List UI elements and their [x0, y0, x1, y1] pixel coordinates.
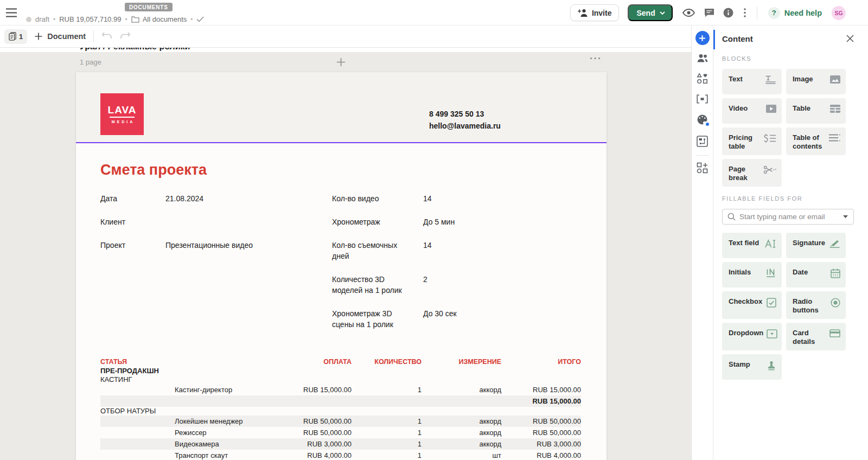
- saved-check-icon: [196, 16, 204, 22]
- block-card-table-of-contents[interactable]: Table of contents: [786, 127, 846, 155]
- invite-button[interactable]: Invite: [570, 4, 620, 21]
- info-row: Кол-во видео14: [332, 193, 581, 204]
- preview-eye-button[interactable]: [682, 9, 695, 17]
- need-help-button[interactable]: ? Need help: [768, 7, 822, 19]
- info-row: Хронометраж 3D сцены на 1 роликДо 30 сек: [332, 308, 581, 330]
- info-row: ПроектПрезентационные видео: [100, 240, 332, 251]
- document-amount: RUB 19,057,710.99: [59, 15, 121, 23]
- table-row: Транспорт скаутRUB 4,000.001штRUB 4,000.…: [100, 450, 581, 460]
- block-card-page-break[interactable]: Page break: [722, 159, 782, 187]
- redo-button[interactable]: [119, 30, 132, 42]
- radio-button-icon: [831, 298, 840, 315]
- add-apps-icon[interactable]: [697, 162, 708, 174]
- estimate-table: СТАТЬЯ ОПЛАТА КОЛИЧЕСТВО ИЗМЕРЕНИЕ ИТОГО…: [100, 358, 581, 460]
- all-documents-link[interactable]: All documents: [131, 15, 187, 23]
- folder-icon: [131, 16, 139, 23]
- table-subgroup-row: КАСТИНГ: [100, 375, 581, 384]
- page-header-section: LAVA MEDIA 8 499 325 50 13 hello@lavamed…: [76, 72, 607, 142]
- variables-icon[interactable]: [697, 94, 708, 104]
- table-block-icon: [830, 105, 840, 119]
- field-card-initials[interactable]: Initials: [722, 262, 782, 288]
- fillable-fields-section-label: FILLABLE FIELDS FOR: [722, 195, 854, 202]
- search-input[interactable]: [739, 213, 839, 221]
- table-row: Локейшен менеджерRUB 50,000.001аккордRUB…: [100, 416, 581, 427]
- checkbox-icon: [767, 298, 776, 315]
- lava-media-logo: LAVA MEDIA: [100, 93, 144, 135]
- add-content-button-active[interactable]: [695, 31, 710, 45]
- add-document-button[interactable]: Document: [35, 32, 86, 41]
- top-bar: DOCUMENTS draft RUB 19,057,710.99 All do…: [0, 0, 868, 25]
- design-palette-icon[interactable]: [697, 114, 708, 125]
- page-count-label: 1 page: [80, 58, 101, 66]
- info-row: ХронометражДо 5 мин: [332, 216, 581, 227]
- pages-chip[interactable]: 1: [4, 29, 27, 44]
- page-more-button[interactable]: ···: [590, 53, 602, 65]
- document-page[interactable]: LAVA MEDIA 8 499 325 50 13 hello@lavamed…: [76, 72, 607, 460]
- block-card-image[interactable]: Image: [786, 69, 846, 94]
- separator: [190, 15, 193, 23]
- info-row: Дата21.08.2024: [100, 193, 332, 204]
- table-row: РежиссерRUB 50,000.001аккордRUB 50,000.0…: [100, 427, 581, 438]
- more-options-kebab[interactable]: [744, 8, 746, 17]
- comments-button[interactable]: [704, 8, 714, 17]
- project-info-fields: Дата21.08.2024 Клиент ПроектПрезентацион…: [100, 193, 581, 342]
- divider: [757, 7, 757, 20]
- field-card-card-details[interactable]: Card details: [786, 323, 846, 350]
- block-card-text[interactable]: Text: [722, 69, 782, 94]
- fields-grid: Text field Signature Initials Date Check…: [722, 233, 854, 380]
- document-toolbar: 1 Document: [0, 25, 691, 48]
- contact-info: 8 499 325 50 13 hello@lavamedia.ru: [429, 108, 501, 132]
- field-card-date[interactable]: Date: [786, 262, 846, 288]
- notification-dot: [705, 122, 710, 126]
- divider: [93, 30, 94, 42]
- table-row: Кастинг-директорRUB 15,000.001аккордRUB …: [100, 384, 581, 395]
- email-address: hello@lavamedia.ru: [429, 120, 501, 132]
- undo-button[interactable]: [100, 30, 113, 42]
- block-card-video[interactable]: Video: [722, 98, 782, 124]
- field-card-dropdown[interactable]: Dropdown: [722, 323, 782, 350]
- field-card-stamp[interactable]: Stamp: [722, 354, 782, 380]
- close-icon[interactable]: [846, 35, 854, 42]
- document-status-row: draft RUB 19,057,710.99 All documents: [26, 15, 204, 23]
- credit-card-icon: [829, 329, 840, 346]
- info-row: Количество 3D моделей на 1 ролик2: [332, 274, 581, 296]
- field-card-signature[interactable]: Signature: [786, 233, 846, 258]
- dropdown-icon: [767, 329, 777, 346]
- text-field-icon: [765, 239, 776, 254]
- hamburger-menu-icon[interactable]: [5, 8, 17, 17]
- add-page-button[interactable]: [336, 58, 346, 69]
- info-button[interactable]: [723, 8, 733, 18]
- block-card-table[interactable]: Table: [786, 98, 846, 124]
- separator: [53, 15, 55, 23]
- plus-icon: [35, 33, 42, 40]
- table-subgroup-row: ОТБОР НАТУРЫ: [100, 407, 581, 416]
- calendar-icon: [831, 269, 840, 283]
- search-icon: [727, 213, 736, 221]
- document-title-clipped[interactable]: Урал / Рекламные ролики: [0, 48, 691, 52]
- block-card-pricing-table[interactable]: Pricing table: [722, 127, 782, 155]
- chevron-down-icon: [660, 11, 665, 15]
- recipients-icon[interactable]: [697, 54, 709, 62]
- design-shapes-icon[interactable]: [697, 73, 708, 84]
- question-icon: ?: [768, 7, 780, 19]
- user-avatar[interactable]: SG: [832, 6, 846, 20]
- info-row: Клиент: [100, 216, 332, 227]
- pages-icon: [9, 32, 16, 41]
- chevron-down-icon[interactable]: [843, 215, 848, 219]
- image-block-icon: [830, 75, 840, 90]
- recipient-search[interactable]: [722, 209, 854, 225]
- person-plus-icon: [578, 9, 588, 17]
- workflow-icon[interactable]: [697, 136, 708, 147]
- sidebar-icon-rail: [691, 25, 713, 460]
- text-block-icon: [765, 75, 776, 90]
- active-tab-indicator: [713, 30, 715, 49]
- divider: [696, 155, 709, 156]
- content-panel: Content BLOCKS Text Image Video Table: [713, 25, 868, 460]
- initials-icon: [766, 269, 776, 283]
- phone-number: 8 499 325 50 13: [429, 108, 501, 120]
- pricing-table-icon: [764, 134, 776, 151]
- send-button[interactable]: Send: [628, 4, 672, 21]
- field-card-checkbox[interactable]: Checkbox: [722, 291, 782, 319]
- field-card-radio-buttons[interactable]: Radio buttons: [786, 291, 846, 319]
- field-card-text-field[interactable]: Text field: [722, 233, 782, 258]
